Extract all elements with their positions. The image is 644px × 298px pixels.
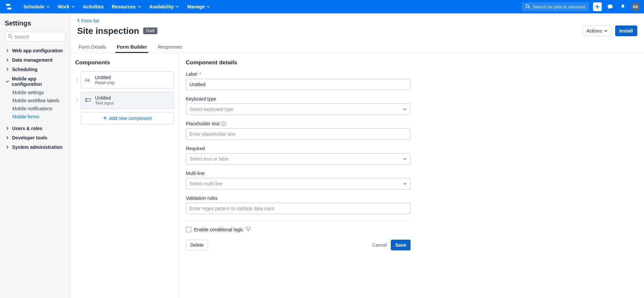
conditional-checkbox[interactable] [186, 227, 191, 232]
chevron-down-icon [403, 156, 407, 162]
content: Form list Site inspection Draft Actions … [70, 13, 644, 298]
label-input[interactable] [186, 79, 411, 90]
svg-line-1 [529, 7, 530, 8]
component-item-readonly[interactable]: Aa Untitled Read-only [80, 71, 174, 88]
component-title: Untitled [95, 75, 115, 80]
nav-availability[interactable]: Availability [146, 2, 182, 11]
button-label: Save [395, 242, 406, 248]
nav-work[interactable]: Work [54, 2, 78, 11]
chevron-down-icon [46, 5, 50, 8]
text-input-icon [85, 98, 91, 103]
add-component-button[interactable]: Add new component [80, 112, 174, 124]
drag-handle-icon[interactable]: ⋮⋮ [75, 77, 78, 83]
nav-manage[interactable]: Manage [184, 2, 213, 11]
breadcrumb-back[interactable]: Form list [77, 18, 637, 23]
button-label: Delete [190, 242, 204, 248]
global-search-input[interactable] [533, 4, 586, 9]
sidebar-group-sysadmin[interactable]: System administration [5, 143, 65, 152]
chevron-down-icon [604, 28, 607, 34]
validation-input[interactable] [186, 203, 411, 214]
chevron-down-icon [176, 5, 179, 8]
svg-point-0 [526, 4, 529, 7]
nav-schedule[interactable]: Schedule [20, 2, 53, 11]
delete-button[interactable]: Delete [186, 240, 208, 250]
sidebar-search-input[interactable] [14, 34, 62, 40]
nav-resources[interactable]: Resources [108, 2, 145, 11]
sidebar-item-mobile-settings[interactable]: Mobile settings [12, 88, 65, 97]
details-title: Component details [186, 59, 411, 66]
sidebar-group-label: Mobile app configuration [12, 76, 65, 87]
sidebar-group-scheduling[interactable]: Scheduling [5, 65, 65, 74]
svg-rect-4 [85, 99, 91, 101]
button-label: Add new component [109, 116, 152, 121]
save-button[interactable]: Save [391, 240, 411, 250]
sidebar-item-mobile-notifications[interactable]: Mobile notifications [12, 105, 65, 113]
nav-label: Manage [187, 4, 205, 9]
svg-point-8 [248, 230, 249, 231]
sidebar-group-label: Developer tools [12, 135, 47, 140]
button-label: Install [620, 28, 633, 34]
install-button[interactable]: Install [615, 25, 637, 36]
breadcrumb-label: Form list [81, 18, 99, 23]
chevron-down-icon [207, 5, 210, 8]
bell-icon[interactable] [619, 2, 627, 11]
button-label: Cancel [372, 242, 387, 248]
nav-menu: Schedule Work Activities Resources Avail… [20, 2, 213, 11]
multiline-label: Multi-line [186, 171, 411, 176]
tabs: Form Details Form Builder Responses [77, 41, 637, 53]
chevron-down-icon [138, 5, 141, 8]
sidebar-group-webapp[interactable]: Web app configuration [5, 46, 65, 55]
conditional-label: Enable conditional logic [194, 227, 243, 232]
sidebar-group-dev[interactable]: Developer tools [5, 133, 65, 142]
settings-sidebar: Settings Web app configuration Data mana… [0, 13, 70, 298]
branch-icon [246, 227, 251, 232]
svg-point-2 [8, 35, 11, 38]
select-placeholder: Select true or false [190, 156, 229, 162]
sidebar-item-mobile-workflow[interactable]: Mobile workflow labels [12, 97, 65, 105]
svg-point-7 [249, 227, 251, 228]
info-icon[interactable]: i [221, 121, 226, 126]
multiline-select[interactable]: Select multi-line [186, 178, 411, 189]
component-title: Untitled [95, 95, 114, 101]
page-header: Form list Site inspection Draft Actions … [70, 13, 644, 53]
component-item-textinput[interactable]: Untitled Text input [80, 92, 174, 109]
chat-icon[interactable] [606, 2, 614, 11]
app-logo[interactable] [4, 2, 13, 11]
keyboard-select[interactable]: Select keyboard type [186, 104, 411, 115]
sidebar-group-users[interactable]: Users & roles [5, 124, 65, 133]
nav-label: Activities [83, 4, 104, 9]
sidebar-title: Settings [5, 19, 65, 27]
tab-responses[interactable]: Responses [156, 41, 183, 53]
sidebar-group-label: System administration [12, 144, 62, 150]
component-subtitle: Text input [95, 101, 114, 106]
tab-form-builder[interactable]: Form Builder [115, 41, 148, 53]
button-label: Actions [587, 28, 602, 34]
drag-handle-icon[interactable]: ⋮⋮ [75, 98, 78, 103]
search-icon [525, 4, 530, 10]
component-subtitle: Read-only [95, 80, 115, 85]
sidebar-group-mobile[interactable]: Mobile app configuration [5, 74, 65, 88]
actions-button[interactable]: Actions [582, 25, 612, 36]
page-title: Site inspection [77, 26, 139, 36]
nav-activities[interactable]: Activities [79, 2, 107, 11]
chevron-right-icon [5, 127, 9, 130]
divider [186, 220, 411, 221]
required-select[interactable]: Select true or false [186, 153, 411, 165]
nav-label: Availability [149, 4, 174, 9]
cancel-button[interactable]: Cancel [368, 240, 391, 250]
tab-form-details[interactable]: Form Details [77, 41, 107, 53]
sidebar-item-mobile-forms[interactable]: Mobile forms [12, 113, 65, 121]
components-panel: Components ⋮⋮ Aa Untitled Read-only ⋮⋮ [70, 53, 179, 298]
add-button[interactable] [593, 2, 602, 11]
sidebar-group-label: Scheduling [12, 67, 37, 72]
chevron-right-icon [5, 49, 9, 52]
nav-label: Schedule [23, 4, 44, 9]
placeholder-input[interactable] [186, 128, 411, 140]
svg-line-3 [11, 37, 12, 39]
chevron-down-icon [71, 5, 75, 8]
select-placeholder: Select keyboard type [190, 107, 233, 112]
avatar[interactable]: EK [631, 2, 640, 11]
sidebar-search[interactable] [5, 32, 65, 42]
sidebar-group-data[interactable]: Data management [5, 56, 65, 64]
global-search[interactable] [522, 2, 589, 11]
